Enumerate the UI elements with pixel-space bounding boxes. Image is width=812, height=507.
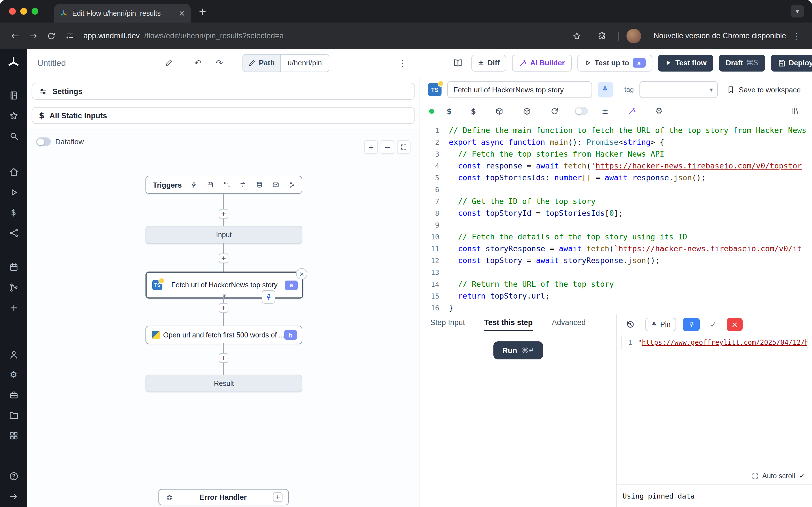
undo-button[interactable]: ↶ bbox=[191, 55, 205, 70]
package-icon[interactable] bbox=[519, 106, 535, 116]
tab-advanced[interactable]: Advanced bbox=[552, 314, 586, 331]
sidebar-icon-play[interactable] bbox=[7, 185, 20, 199]
triggers-node[interactable]: Triggers bbox=[146, 176, 302, 194]
trigger-icon-calendar[interactable] bbox=[207, 181, 214, 188]
resources-icon[interactable]: $ bbox=[467, 106, 479, 116]
insert-step-button[interactable]: + bbox=[219, 253, 229, 263]
diff-button[interactable]: ± Diff bbox=[471, 54, 506, 71]
sidebar-icon-dollar[interactable]: $ bbox=[7, 206, 20, 219]
close-window-button[interactable] bbox=[9, 8, 16, 15]
sidebar-icon-folder[interactable] bbox=[7, 408, 20, 422]
tab-step-input[interactable]: Step Input bbox=[430, 314, 465, 331]
clear-pin-button[interactable]: × bbox=[727, 318, 743, 331]
pinned-data-editor[interactable]: 1 "https://www.geoffreylitt.com/2025/04/… bbox=[621, 335, 808, 350]
flow-name-box[interactable]: Untitled bbox=[37, 58, 172, 68]
trigger-icon-bolt[interactable] bbox=[191, 181, 198, 188]
sidebar-icon-branch[interactable] bbox=[7, 281, 20, 294]
browser-tab[interactable]: Edit Flow u/henri/pin_results × bbox=[54, 4, 191, 22]
sidebar-icon-calendar[interactable] bbox=[7, 260, 20, 274]
pinned-active-button[interactable] bbox=[683, 318, 700, 331]
pin-data-button[interactable]: Pin bbox=[645, 318, 676, 331]
sidebar-icon-star[interactable] bbox=[7, 109, 20, 122]
sidebar-icon-grid[interactable] bbox=[7, 429, 20, 442]
insert-step-button[interactable]: + bbox=[219, 303, 229, 313]
package-icon[interactable] bbox=[492, 106, 507, 116]
trigger-icon-mail[interactable] bbox=[273, 181, 280, 188]
zoom-in-button[interactable]: + bbox=[364, 140, 378, 154]
step-pinned-icon[interactable] bbox=[262, 290, 275, 304]
site-info-icon[interactable] bbox=[61, 27, 78, 44]
zoom-window-button[interactable] bbox=[32, 8, 38, 15]
forward-button[interactable]: → bbox=[25, 27, 42, 44]
back-button[interactable]: ← bbox=[7, 27, 24, 44]
chrome-update-notice[interactable]: Nouvelle version de Chrome disponible ⋮ bbox=[649, 29, 805, 43]
tab-close-icon[interactable]: × bbox=[179, 9, 185, 17]
auto-scroll-check-icon[interactable]: ✓ bbox=[799, 471, 805, 480]
sidebar-icon-journal[interactable] bbox=[7, 89, 20, 102]
sidebar-icon-hub[interactable] bbox=[7, 226, 20, 239]
trigger-icon-db[interactable] bbox=[256, 181, 263, 188]
test-flow-button[interactable]: Test flow bbox=[658, 54, 713, 71]
accept-check-icon[interactable]: ✓ bbox=[707, 320, 720, 330]
static-inputs-card[interactable]: $ All Static Inputs bbox=[32, 107, 415, 124]
editor-settings-gear-icon[interactable]: ⚙ bbox=[652, 105, 666, 117]
run-button[interactable]: Run ⌘↵ bbox=[493, 341, 543, 359]
extensions-puzzle-icon[interactable] bbox=[593, 27, 610, 44]
ai-wand-icon[interactable] bbox=[624, 106, 640, 116]
expand-icon[interactable] bbox=[751, 472, 758, 479]
error-handler-node[interactable]: Error Handler + bbox=[158, 489, 289, 505]
path-control[interactable]: Path u/henri/pin bbox=[243, 54, 329, 72]
sidebar-icon-arrow-right[interactable] bbox=[7, 490, 20, 503]
browser-menu-kebab-icon[interactable]: ⋮ bbox=[793, 31, 801, 40]
dataflow-toggle[interactable] bbox=[36, 137, 51, 146]
step-a-node[interactable]: TS Fetch url of HackerNews top story a ×… bbox=[146, 272, 303, 298]
insert-step-button[interactable]: + bbox=[219, 209, 229, 219]
remove-step-button[interactable]: × bbox=[296, 268, 307, 279]
code-editor[interactable]: 1// Define the main function to fetch th… bbox=[420, 120, 812, 314]
trigger-icon-kafka[interactable] bbox=[289, 181, 296, 188]
edit-name-pencil-icon[interactable] bbox=[165, 59, 172, 66]
bookmark-star-icon[interactable] bbox=[568, 27, 585, 44]
test-up-to-button[interactable]: Test up to a bbox=[577, 54, 652, 71]
sidebar-icon-case[interactable] bbox=[7, 388, 20, 402]
sidebar-icon-home[interactable] bbox=[7, 165, 20, 179]
insert-step-button[interactable]: + bbox=[219, 353, 229, 363]
trigger-icon-swap[interactable] bbox=[240, 181, 247, 188]
deploy-button[interactable]: Deploy bbox=[770, 54, 812, 71]
trigger-icon-route[interactable] bbox=[223, 181, 231, 188]
step-b-node[interactable]: Open url and fetch first 500 words of ..… bbox=[146, 326, 302, 344]
sidebar-icon-question[interactable] bbox=[7, 469, 20, 483]
result-node[interactable]: Result bbox=[146, 375, 302, 392]
minimize-window-button[interactable] bbox=[20, 8, 27, 15]
new-tab-button[interactable]: + bbox=[199, 6, 207, 17]
settings-card[interactable]: Settings bbox=[32, 83, 415, 100]
diff-icon[interactable]: ± bbox=[598, 106, 612, 116]
test-up-to-step-badge[interactable]: a bbox=[632, 58, 645, 68]
profile-avatar[interactable] bbox=[626, 29, 641, 43]
sidebar-icon-gear[interactable]: ⚙ bbox=[7, 368, 20, 381]
docs-book-icon[interactable] bbox=[450, 55, 465, 71]
library-panel-icon[interactable] bbox=[788, 106, 803, 116]
flow-options-kebab-icon[interactable]: ⋮ bbox=[396, 55, 409, 70]
reset-icon[interactable] bbox=[547, 106, 562, 116]
zoom-out-button[interactable]: − bbox=[380, 140, 394, 154]
sidebar-icon-person[interactable] bbox=[7, 348, 20, 361]
address-bar[interactable]: app.windmill.dev/flows/edit/u/henri/pin_… bbox=[84, 32, 284, 40]
flow-canvas[interactable]: Dataflow + − Triggers + bbox=[27, 129, 419, 507]
sidebar-icon-plus[interactable] bbox=[7, 301, 20, 314]
tag-select[interactable]: ▾ bbox=[640, 81, 718, 98]
ai-builder-button[interactable]: AI Builder bbox=[512, 54, 571, 71]
windmill-logo-icon[interactable] bbox=[7, 56, 20, 69]
fit-view-button[interactable] bbox=[397, 140, 410, 154]
pin-step-button[interactable] bbox=[598, 82, 613, 98]
redo-button[interactable]: ↷ bbox=[212, 55, 227, 70]
reload-button[interactable] bbox=[43, 27, 60, 44]
editor-toggle[interactable] bbox=[574, 107, 588, 115]
save-to-workspace-button[interactable]: Save to workspace bbox=[723, 85, 804, 94]
tab-test-this-step[interactable]: Test this step bbox=[484, 314, 532, 331]
history-icon[interactable] bbox=[622, 320, 638, 330]
step-title-input[interactable] bbox=[447, 81, 592, 98]
draft-button[interactable]: Draft ⌘S bbox=[719, 54, 765, 71]
variables-icon[interactable]: $ bbox=[443, 106, 455, 116]
tab-search-chevron-icon[interactable]: ▾ bbox=[791, 5, 804, 17]
